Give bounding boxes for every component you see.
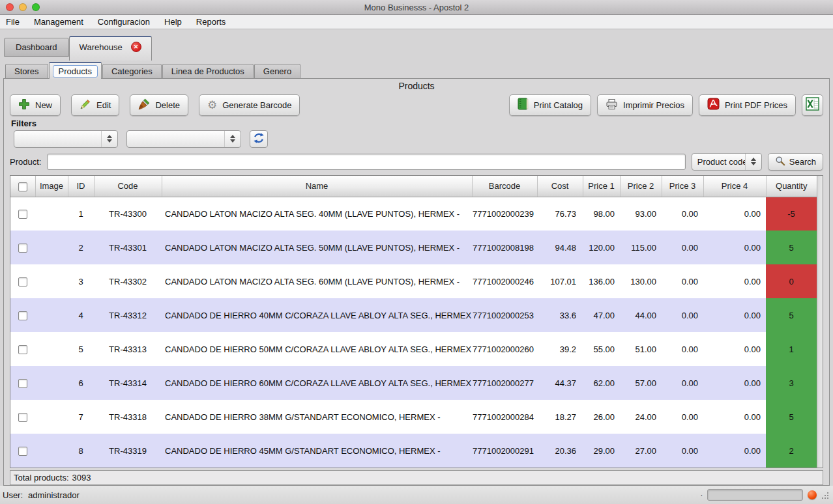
- table-row[interactable]: 1 TR-43300 CANDADO LATON MACIZO ALTA SEG…: [10, 197, 817, 231]
- products-table: Image ID Code Name Barcode Cost Price 1 …: [10, 176, 817, 468]
- table-row[interactable]: 4 TR-43312 CANDADO DE HIERRO 40MM C/CORA…: [10, 298, 817, 332]
- cell-image: [35, 197, 68, 231]
- zoom-window-button[interactable]: [32, 3, 40, 11]
- generate-barcode-button[interactable]: ⚙ Generate Barcode: [199, 94, 300, 116]
- filter-combo-1[interactable]: [14, 130, 118, 148]
- imprimir-precios-button[interactable]: Imprimir Precios: [597, 94, 693, 116]
- export-excel-button[interactable]: [802, 94, 823, 116]
- menu-help[interactable]: Help: [157, 15, 189, 29]
- row-checkbox[interactable]: [18, 379, 27, 388]
- table-row[interactable]: 7 TR-43318 CANDADO DE HIERRO 38MM G/STAN…: [10, 400, 817, 434]
- search-mode-select[interactable]: Product code: [692, 153, 762, 171]
- resize-grip-icon[interactable]: [821, 491, 830, 499]
- edit-button[interactable]: Edit: [71, 94, 119, 116]
- cell-code: TR-43314: [94, 366, 162, 400]
- toolbar-left-group: New Edit: [10, 94, 310, 116]
- menu-file[interactable]: File: [0, 15, 27, 29]
- subtab-linea-label: Linea de Productos: [171, 66, 244, 76]
- cell-code: TR-43313: [94, 332, 162, 366]
- row-checkbox[interactable]: [18, 413, 27, 422]
- row-checkbox[interactable]: [18, 277, 27, 287]
- close-icon[interactable]: ✕: [131, 42, 141, 52]
- col-header-barcode[interactable]: Barcode: [472, 176, 537, 197]
- table-row[interactable]: 3 TR-43302 CANDADO LATON MACIZO ALTA SEG…: [10, 264, 817, 298]
- printer-icon: [606, 98, 618, 112]
- cell-price1: 62.00: [583, 366, 620, 400]
- select-all-header[interactable]: [10, 176, 35, 197]
- subtab-linea-de-productos[interactable]: Linea de Productos: [162, 64, 254, 79]
- cell-price1: 120.00: [583, 231, 620, 264]
- menu-reports[interactable]: Reports: [189, 15, 233, 29]
- cell-quantity: 5: [766, 231, 817, 264]
- tab-dashboard[interactable]: Dashboard: [4, 38, 69, 57]
- tab-warehouse[interactable]: Warehouse ✕: [69, 36, 152, 61]
- menu-management[interactable]: Management: [27, 15, 91, 29]
- cell-quantity: 0: [766, 264, 817, 298]
- main-tabstrip: Dashboard Warehouse ✕: [0, 36, 833, 62]
- close-window-button[interactable]: [6, 3, 14, 11]
- table-row[interactable]: 2 TR-43301 CANDADO LATON MACIZO ALTA SEG…: [10, 231, 817, 264]
- col-header-image[interactable]: Image: [35, 176, 68, 197]
- cell-price1: 98.00: [583, 197, 620, 231]
- plus-icon: [18, 98, 30, 112]
- refresh-filters-button[interactable]: [250, 130, 268, 148]
- cell-price4: 0.00: [703, 400, 766, 434]
- menu-configuracion[interactable]: Configuracion: [91, 15, 157, 29]
- subtab-genero[interactable]: Genero: [254, 64, 300, 79]
- search-row: Product: Product code Search: [4, 148, 829, 175]
- subtab-products[interactable]: Products: [49, 62, 102, 79]
- col-header-name[interactable]: Name: [162, 176, 472, 197]
- table-row[interactable]: 6 TR-43314 CANDADO DE HIERRO 60MM C/CORA…: [10, 366, 817, 400]
- cell-price4: 0.00: [703, 197, 766, 231]
- cell-price4: 0.00: [703, 434, 766, 468]
- cell-name: CANDADO DE HIERRO 60MM C/CORAZA LLAVE AB…: [162, 366, 472, 400]
- cell-price4: 0.00: [703, 231, 766, 264]
- generate-barcode-label: Generate Barcode: [222, 100, 291, 110]
- subtab-stores[interactable]: Stores: [5, 64, 48, 79]
- subtab-categories[interactable]: Categories: [102, 64, 162, 79]
- col-header-price3[interactable]: Price 3: [662, 176, 703, 197]
- row-checkbox[interactable]: [18, 210, 27, 219]
- row-checkbox[interactable]: [18, 345, 27, 354]
- filter-combo-2[interactable]: [126, 130, 241, 148]
- filters-label: Filters: [4, 117, 829, 130]
- table-row[interactable]: 8 TR-43319 CANDADO DE HIERRO 45MM G/STAN…: [10, 434, 817, 468]
- cell-price4: 0.00: [703, 298, 766, 332]
- book-icon: [518, 98, 529, 112]
- cell-name: CANDADO LATON MACIZO ALTA SEG. 50MM (LLA…: [162, 231, 472, 264]
- print-catalog-button[interactable]: Print Catalog: [509, 94, 591, 116]
- cell-price2: 27.00: [620, 434, 662, 468]
- search-button[interactable]: Search: [768, 153, 823, 171]
- col-header-price4[interactable]: Price 4: [703, 176, 766, 197]
- cell-price4: 0.00: [703, 332, 766, 366]
- cell-code: TR-43302: [94, 264, 162, 298]
- cell-barcode: 7771002000260: [472, 332, 537, 366]
- cell-price2: 130.00: [620, 264, 662, 298]
- minimize-window-button[interactable]: [19, 3, 27, 11]
- delete-button[interactable]: Delete: [130, 94, 188, 116]
- cell-image: [35, 231, 68, 264]
- select-all-checkbox[interactable]: [18, 182, 27, 191]
- cell-image: [35, 366, 68, 400]
- cell-cost: 94.48: [537, 231, 583, 264]
- user-value: administrador: [28, 490, 80, 500]
- col-header-cost[interactable]: Cost: [537, 176, 583, 197]
- row-checkbox[interactable]: [18, 244, 27, 253]
- col-header-id[interactable]: ID: [68, 176, 94, 197]
- col-header-code[interactable]: Code: [94, 176, 162, 197]
- product-search-input[interactable]: [47, 154, 685, 170]
- col-header-price1[interactable]: Price 1: [583, 176, 620, 197]
- table-row[interactable]: 5 TR-43313 CANDADO DE HIERRO 50MM C/CORA…: [10, 332, 817, 366]
- table-vertical-scrollbar[interactable]: [817, 176, 823, 468]
- row-checkbox[interactable]: [18, 311, 27, 320]
- row-checkbox[interactable]: [18, 447, 27, 456]
- cell-price1: 55.00: [583, 332, 620, 366]
- status-progress-bar: [707, 489, 803, 501]
- print-catalog-label: Print Catalog: [534, 100, 583, 110]
- cell-price3: 0.00: [662, 366, 703, 400]
- col-header-quantity[interactable]: Quantity: [766, 176, 817, 197]
- print-pdf-prices-button[interactable]: Print PDF Prices: [699, 94, 796, 116]
- user-label: User:: [3, 490, 23, 500]
- new-button[interactable]: New: [10, 94, 61, 116]
- col-header-price2[interactable]: Price 2: [620, 176, 662, 197]
